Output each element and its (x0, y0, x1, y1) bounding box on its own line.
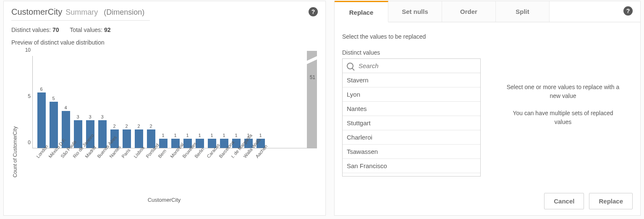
field-type: (Dimension) (104, 8, 144, 17)
view-mode: Summary (65, 8, 98, 17)
cancel-button[interactable]: Cancel (544, 193, 584, 209)
total-value: 92 (104, 26, 111, 33)
list-item[interactable]: Charleroi (343, 130, 480, 145)
bar-rect (123, 129, 131, 148)
bar: 2 (120, 124, 133, 148)
search-icon (347, 63, 353, 69)
bar-value-label: 5 (52, 96, 55, 101)
overflow-bar (307, 51, 317, 148)
bar-value-label: 3 (76, 114, 79, 119)
y-axis: 0510 (18, 56, 32, 148)
tab-order[interactable]: Order (442, 1, 496, 22)
chart-plot: 6543332222111111111 51 LondonMéxico D.F.… (32, 51, 317, 148)
bar-value-label: 1 (259, 133, 262, 138)
y-axis-label: Count of CustomerCity (11, 51, 18, 206)
bar-value-label: 2 (125, 124, 128, 129)
bar-value-label: 2 (113, 124, 115, 129)
bar-rect (50, 102, 58, 148)
distinct-values-box: StavernLyonNantesStuttgartCharleroiTsawa… (342, 58, 481, 177)
list-item[interactable]: Stavern (343, 73, 480, 87)
y-tick: 5 (28, 93, 31, 99)
bar-value-label: 3 (101, 114, 103, 119)
overflow-value: 51 (310, 74, 315, 80)
preview-label: Preview of distinct value distribution (11, 39, 317, 46)
distribution-chart: Count of CustomerCity 0510 6543332222111… (11, 51, 317, 206)
y-tick: 0 (28, 140, 31, 145)
help-icon[interactable]: ? (623, 6, 633, 16)
search-input[interactable] (358, 62, 476, 70)
bar-rect (135, 129, 143, 148)
distinct-value: 70 (52, 26, 59, 33)
bar-rect (37, 92, 46, 148)
search-row (343, 59, 480, 73)
bar-value-label: 1 (223, 133, 225, 138)
bar-rect (98, 120, 107, 148)
bar-value-label: 4 (64, 105, 67, 110)
bar-value-label: 1 (210, 133, 213, 138)
distinct-values-list[interactable]: StavernLyonNantesStuttgartCharleroiTsawa… (343, 73, 480, 176)
bar-value-label: 1 (174, 133, 176, 138)
bar-value-label: 6 (40, 87, 42, 92)
replace-button[interactable]: Replace (589, 193, 633, 209)
transform-tabs: ReplaceSet nullsOrderSplit? (335, 1, 640, 22)
value-counts: Distinct values: 70 Total values: 92 (11, 26, 317, 33)
list-item[interactable]: Stuttgart (343, 116, 480, 130)
total-label: Total values: (70, 26, 102, 33)
help-icon[interactable]: ? (309, 7, 318, 16)
bar-value-label: 2 (149, 124, 152, 129)
transform-panel: ReplaceSet nullsOrderSplit? Select the v… (334, 1, 641, 216)
x-axis-label: CustomerCity (11, 197, 317, 203)
bar-value-label: 1 (162, 133, 164, 138)
card-header: CustomerCity Summary (Dimension) (11, 7, 150, 21)
hint-line-1: Select one or more values to replace wit… (506, 83, 620, 100)
instruction-text: Select the values to be replaced (342, 33, 493, 40)
bar: 6 (35, 87, 47, 148)
y-tick: 10 (25, 47, 31, 53)
bar-value-label: 1 (235, 133, 237, 138)
list-item[interactable]: San Francisco (343, 159, 480, 173)
replace-hint-area: Select one or more values to replace wit… (493, 33, 633, 209)
bar-value-label: 2 (137, 124, 140, 129)
bar-value-label: 1 (198, 133, 201, 138)
tab-split[interactable]: Split (496, 1, 550, 22)
distinct-values-label: Distinct values (342, 49, 493, 56)
tab-set-nulls[interactable]: Set nulls (388, 1, 442, 22)
hint-line-2: You can have multiple sets of replaced v… (506, 109, 620, 127)
bar-value-label: 1 (186, 133, 188, 138)
bar: 5 (47, 96, 60, 148)
bar-value-label: 3 (89, 114, 91, 119)
tab-replace[interactable]: Replace (335, 1, 388, 22)
list-item[interactable]: Tsawassen (343, 145, 480, 159)
list-item[interactable]: Nantes (343, 102, 480, 116)
distinct-label: Distinct values: (11, 26, 51, 33)
field-name: CustomerCity (11, 7, 62, 17)
bar: 2 (133, 124, 145, 148)
bar-rect (196, 139, 204, 148)
list-item[interactable]: Lyon (343, 87, 480, 102)
bar-rect (159, 139, 168, 148)
summary-card: CustomerCity Summary (Dimension) ? Disti… (3, 1, 326, 216)
